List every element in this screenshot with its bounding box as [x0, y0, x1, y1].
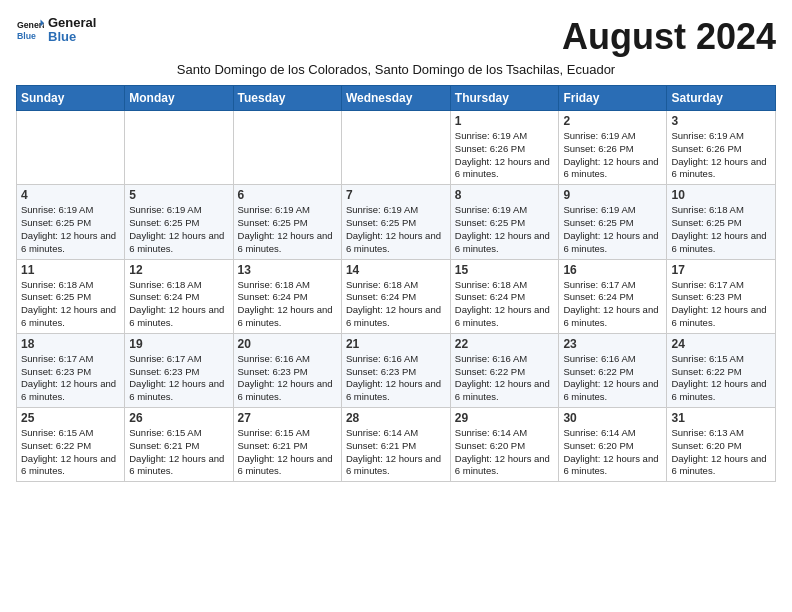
calendar-cell: 12Sunrise: 6:18 AM Sunset: 6:24 PM Dayli… — [125, 259, 233, 333]
calendar-cell: 19Sunrise: 6:17 AM Sunset: 6:23 PM Dayli… — [125, 333, 233, 407]
day-number: 23 — [563, 337, 662, 351]
day-number: 17 — [671, 263, 771, 277]
column-header-wednesday: Wednesday — [341, 86, 450, 111]
calendar-cell: 4Sunrise: 6:19 AM Sunset: 6:25 PM Daylig… — [17, 185, 125, 259]
calendar-cell: 28Sunrise: 6:14 AM Sunset: 6:21 PM Dayli… — [341, 408, 450, 482]
calendar-week-4: 18Sunrise: 6:17 AM Sunset: 6:23 PM Dayli… — [17, 333, 776, 407]
day-number: 12 — [129, 263, 228, 277]
calendar-cell: 23Sunrise: 6:16 AM Sunset: 6:22 PM Dayli… — [559, 333, 667, 407]
calendar-week-1: 1Sunrise: 6:19 AM Sunset: 6:26 PM Daylig… — [17, 111, 776, 185]
day-info: Sunrise: 6:18 AM Sunset: 6:24 PM Dayligh… — [129, 279, 228, 330]
calendar-cell — [17, 111, 125, 185]
day-number: 29 — [455, 411, 555, 425]
calendar-cell: 30Sunrise: 6:14 AM Sunset: 6:20 PM Dayli… — [559, 408, 667, 482]
calendar-cell: 3Sunrise: 6:19 AM Sunset: 6:26 PM Daylig… — [667, 111, 776, 185]
calendar-cell: 5Sunrise: 6:19 AM Sunset: 6:25 PM Daylig… — [125, 185, 233, 259]
day-number: 4 — [21, 188, 120, 202]
calendar-cell: 9Sunrise: 6:19 AM Sunset: 6:25 PM Daylig… — [559, 185, 667, 259]
calendar-cell: 31Sunrise: 6:13 AM Sunset: 6:20 PM Dayli… — [667, 408, 776, 482]
column-header-sunday: Sunday — [17, 86, 125, 111]
day-info: Sunrise: 6:13 AM Sunset: 6:20 PM Dayligh… — [671, 427, 771, 478]
calendar-cell: 16Sunrise: 6:17 AM Sunset: 6:24 PM Dayli… — [559, 259, 667, 333]
column-header-tuesday: Tuesday — [233, 86, 341, 111]
day-number: 31 — [671, 411, 771, 425]
calendar-cell — [341, 111, 450, 185]
day-number: 10 — [671, 188, 771, 202]
day-number: 14 — [346, 263, 446, 277]
day-info: Sunrise: 6:16 AM Sunset: 6:22 PM Dayligh… — [455, 353, 555, 404]
calendar-cell: 7Sunrise: 6:19 AM Sunset: 6:25 PM Daylig… — [341, 185, 450, 259]
day-info: Sunrise: 6:16 AM Sunset: 6:22 PM Dayligh… — [563, 353, 662, 404]
day-info: Sunrise: 6:18 AM Sunset: 6:25 PM Dayligh… — [671, 204, 771, 255]
day-info: Sunrise: 6:19 AM Sunset: 6:26 PM Dayligh… — [671, 130, 771, 181]
calendar-cell: 20Sunrise: 6:16 AM Sunset: 6:23 PM Dayli… — [233, 333, 341, 407]
calendar-cell: 8Sunrise: 6:19 AM Sunset: 6:25 PM Daylig… — [450, 185, 559, 259]
calendar-cell: 11Sunrise: 6:18 AM Sunset: 6:25 PM Dayli… — [17, 259, 125, 333]
calendar-subtitle: Santo Domingo de los Colorados, Santo Do… — [16, 62, 776, 77]
day-number: 16 — [563, 263, 662, 277]
calendar-cell: 13Sunrise: 6:18 AM Sunset: 6:24 PM Dayli… — [233, 259, 341, 333]
calendar-cell: 1Sunrise: 6:19 AM Sunset: 6:26 PM Daylig… — [450, 111, 559, 185]
day-info: Sunrise: 6:17 AM Sunset: 6:23 PM Dayligh… — [671, 279, 771, 330]
day-number: 21 — [346, 337, 446, 351]
calendar-cell: 18Sunrise: 6:17 AM Sunset: 6:23 PM Dayli… — [17, 333, 125, 407]
calendar-cell: 27Sunrise: 6:15 AM Sunset: 6:21 PM Dayli… — [233, 408, 341, 482]
day-info: Sunrise: 6:18 AM Sunset: 6:25 PM Dayligh… — [21, 279, 120, 330]
calendar-cell: 29Sunrise: 6:14 AM Sunset: 6:20 PM Dayli… — [450, 408, 559, 482]
day-info: Sunrise: 6:14 AM Sunset: 6:20 PM Dayligh… — [455, 427, 555, 478]
day-info: Sunrise: 6:19 AM Sunset: 6:26 PM Dayligh… — [563, 130, 662, 181]
day-info: Sunrise: 6:19 AM Sunset: 6:25 PM Dayligh… — [21, 204, 120, 255]
logo-general: General — [48, 16, 96, 30]
calendar-cell: 26Sunrise: 6:15 AM Sunset: 6:21 PM Dayli… — [125, 408, 233, 482]
day-info: Sunrise: 6:18 AM Sunset: 6:24 PM Dayligh… — [455, 279, 555, 330]
calendar-week-5: 25Sunrise: 6:15 AM Sunset: 6:22 PM Dayli… — [17, 408, 776, 482]
day-number: 20 — [238, 337, 337, 351]
day-info: Sunrise: 6:17 AM Sunset: 6:23 PM Dayligh… — [21, 353, 120, 404]
day-number: 6 — [238, 188, 337, 202]
column-header-saturday: Saturday — [667, 86, 776, 111]
day-info: Sunrise: 6:17 AM Sunset: 6:24 PM Dayligh… — [563, 279, 662, 330]
day-number: 15 — [455, 263, 555, 277]
day-number: 30 — [563, 411, 662, 425]
logo-blue: Blue — [48, 30, 96, 44]
day-number: 3 — [671, 114, 771, 128]
day-number: 5 — [129, 188, 228, 202]
calendar-week-3: 11Sunrise: 6:18 AM Sunset: 6:25 PM Dayli… — [17, 259, 776, 333]
logo: General Blue General Blue — [16, 16, 96, 45]
day-number: 26 — [129, 411, 228, 425]
day-info: Sunrise: 6:19 AM Sunset: 6:25 PM Dayligh… — [346, 204, 446, 255]
svg-text:General: General — [17, 21, 44, 31]
page-header: General Blue General Blue August 2024 — [16, 16, 776, 58]
day-info: Sunrise: 6:19 AM Sunset: 6:26 PM Dayligh… — [455, 130, 555, 181]
calendar-cell: 25Sunrise: 6:15 AM Sunset: 6:22 PM Dayli… — [17, 408, 125, 482]
day-info: Sunrise: 6:16 AM Sunset: 6:23 PM Dayligh… — [238, 353, 337, 404]
column-header-thursday: Thursday — [450, 86, 559, 111]
calendar-header-row: SundayMondayTuesdayWednesdayThursdayFrid… — [17, 86, 776, 111]
day-number: 9 — [563, 188, 662, 202]
calendar-table: SundayMondayTuesdayWednesdayThursdayFrid… — [16, 85, 776, 482]
column-header-friday: Friday — [559, 86, 667, 111]
day-info: Sunrise: 6:18 AM Sunset: 6:24 PM Dayligh… — [346, 279, 446, 330]
day-number: 2 — [563, 114, 662, 128]
day-number: 19 — [129, 337, 228, 351]
day-info: Sunrise: 6:15 AM Sunset: 6:21 PM Dayligh… — [238, 427, 337, 478]
day-number: 13 — [238, 263, 337, 277]
day-number: 18 — [21, 337, 120, 351]
day-info: Sunrise: 6:19 AM Sunset: 6:25 PM Dayligh… — [455, 204, 555, 255]
month-title: August 2024 — [562, 16, 776, 58]
calendar-cell: 22Sunrise: 6:16 AM Sunset: 6:22 PM Dayli… — [450, 333, 559, 407]
day-number: 1 — [455, 114, 555, 128]
day-info: Sunrise: 6:14 AM Sunset: 6:21 PM Dayligh… — [346, 427, 446, 478]
calendar-cell: 17Sunrise: 6:17 AM Sunset: 6:23 PM Dayli… — [667, 259, 776, 333]
calendar-cell: 2Sunrise: 6:19 AM Sunset: 6:26 PM Daylig… — [559, 111, 667, 185]
calendar-cell — [233, 111, 341, 185]
day-info: Sunrise: 6:15 AM Sunset: 6:22 PM Dayligh… — [671, 353, 771, 404]
calendar-cell: 24Sunrise: 6:15 AM Sunset: 6:22 PM Dayli… — [667, 333, 776, 407]
calendar-cell: 6Sunrise: 6:19 AM Sunset: 6:25 PM Daylig… — [233, 185, 341, 259]
day-info: Sunrise: 6:14 AM Sunset: 6:20 PM Dayligh… — [563, 427, 662, 478]
day-info: Sunrise: 6:18 AM Sunset: 6:24 PM Dayligh… — [238, 279, 337, 330]
day-number: 25 — [21, 411, 120, 425]
day-number: 11 — [21, 263, 120, 277]
day-number: 22 — [455, 337, 555, 351]
day-info: Sunrise: 6:19 AM Sunset: 6:25 PM Dayligh… — [238, 204, 337, 255]
